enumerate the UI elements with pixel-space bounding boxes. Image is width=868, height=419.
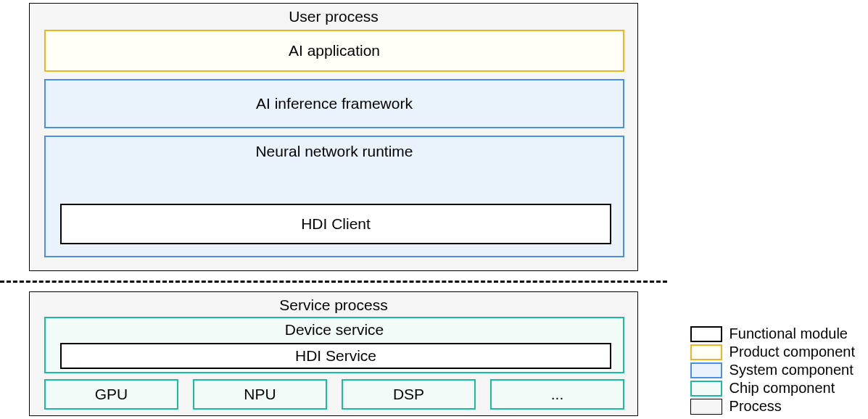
legend-swatch-product: [690, 344, 722, 360]
hdi-client-box: HDI Client: [60, 204, 611, 244]
legend-label-system: System component: [729, 362, 853, 378]
chip-dsp: DSP: [342, 379, 476, 410]
legend-swatch-process: [690, 399, 722, 415]
chip-gpu-label: GPU: [95, 386, 128, 403]
device-service-box: Device service HDI Service: [44, 317, 624, 373]
service-process-box: Service process Device service HDI Servi…: [29, 291, 638, 416]
legend-row-process: Process: [690, 398, 855, 415]
service-process-title: Service process: [37, 296, 630, 314]
legend-label-process: Process: [729, 398, 782, 415]
chip-npu-label: NPU: [244, 386, 276, 403]
legend: Functional module Product component Syst…: [690, 325, 855, 416]
ai-framework-box: AI inference framework: [44, 79, 624, 128]
nn-runtime-label: Neural network runtime: [53, 143, 616, 160]
nn-runtime-box: Neural network runtime HDI Client: [44, 136, 624, 257]
chips-row: GPU NPU DSP ...: [44, 379, 624, 410]
legend-label-functional: Functional module: [729, 325, 848, 342]
hdi-service-box: HDI Service: [60, 343, 611, 369]
user-process-box: User process AI application AI inference…: [29, 3, 638, 271]
hdi-client-label: HDI Client: [301, 215, 371, 233]
legend-swatch-system: [690, 362, 722, 378]
chip-npu: NPU: [193, 379, 327, 410]
device-service-label: Device service: [53, 321, 616, 339]
chip-dsp-label: DSP: [393, 386, 424, 403]
chip-more-label: ...: [551, 386, 564, 403]
legend-row-product: Product component: [690, 344, 855, 360]
legend-label-chip: Chip component: [729, 380, 835, 397]
user-process-title: User process: [37, 8, 630, 25]
ai-application-label: AI application: [289, 42, 380, 59]
legend-row-functional: Functional module: [690, 325, 855, 342]
process-divider: [0, 281, 667, 283]
legend-swatch-functional: [690, 326, 722, 342]
diagram-canvas: User process AI application AI inference…: [0, 0, 868, 419]
ai-application-box: AI application: [44, 30, 624, 72]
legend-label-product: Product component: [729, 344, 855, 360]
legend-row-system: System component: [690, 362, 855, 378]
ai-framework-label: AI inference framework: [256, 95, 413, 112]
chip-more: ...: [490, 379, 624, 410]
legend-swatch-chip: [690, 381, 722, 397]
legend-row-chip: Chip component: [690, 380, 855, 397]
hdi-service-label: HDI Service: [295, 347, 376, 365]
chip-gpu: GPU: [44, 379, 178, 410]
